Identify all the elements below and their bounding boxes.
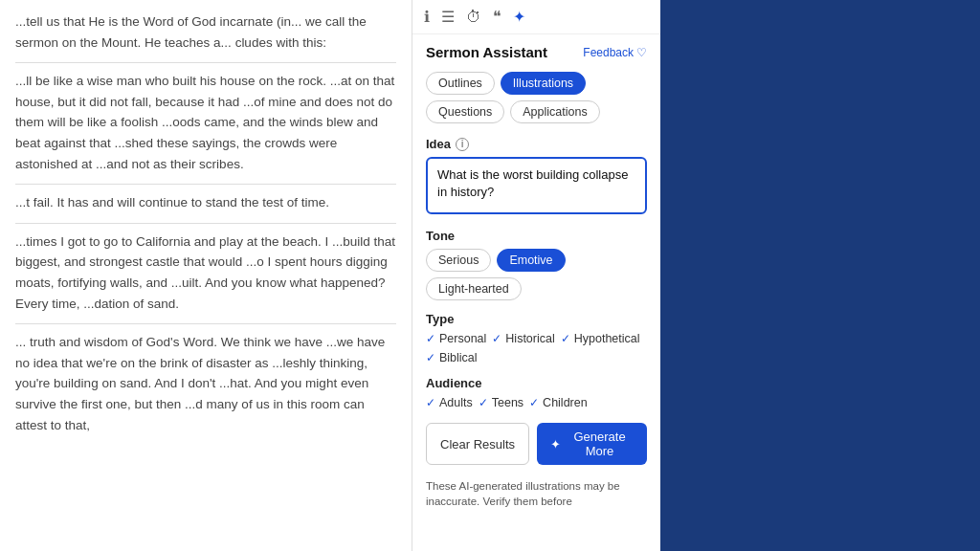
type-section: Type ✓ Personal ✓ Historical ✓ Hypotheti… <box>412 304 660 368</box>
type-biblical[interactable]: ✓ Biblical <box>426 351 478 364</box>
type-hypothetical[interactable]: ✓ Hypothetical <box>561 332 640 345</box>
text-paragraph-4: ...times I got to go to California and p… <box>15 231 396 314</box>
tone-serious[interactable]: Serious <box>426 249 491 272</box>
type-personal[interactable]: ✓ Personal <box>426 332 486 345</box>
tone-lighthearted[interactable]: Light-hearted <box>426 277 522 300</box>
idea-section: Idea i What is the worst building collap… <box>412 129 660 221</box>
idea-label: Idea i <box>426 137 647 151</box>
text-paragraph-5: ... truth and wisdom of God's Word. We t… <box>15 332 396 435</box>
audience-children[interactable]: ✓ Children <box>529 396 588 409</box>
hypothetical-check-icon: ✓ <box>561 332 570 345</box>
teens-check-icon: ✓ <box>479 396 488 409</box>
tabs-row: Outlines Illustrations Questions Applica… <box>412 66 660 129</box>
sidebar-panel: ℹ ☰ ⏱ ❝ ✦ Sermon Assistant Feedback ♡ Ou… <box>412 0 660 551</box>
actions-row: Clear Results ✦ Generate More <box>412 413 660 474</box>
header-row: Sermon Assistant Feedback ♡ <box>412 34 660 66</box>
tone-label: Tone <box>426 229 647 243</box>
generate-label: Generate More <box>566 430 634 458</box>
history-icon[interactable]: ⏱ <box>466 9 481 26</box>
children-check-icon: ✓ <box>529 396 539 409</box>
list-icon[interactable]: ☰ <box>441 8 455 26</box>
disclaimer-text: These AI-generated illustrations may be … <box>412 474 660 517</box>
audience-label: Audience <box>426 376 647 390</box>
sparkle-icon[interactable]: ✦ <box>513 8 525 26</box>
toolbar: ℹ ☰ ⏱ ❝ ✦ <box>412 0 660 34</box>
text-paragraph-2: ...ll be like a wise man who built his h… <box>15 71 396 174</box>
historical-check-icon: ✓ <box>492 332 501 345</box>
audience-options: ✓ Adults ✓ Teens ✓ Children <box>426 396 647 409</box>
text-paragraph-3: ...t fail. It has and will continue to s… <box>15 192 396 213</box>
quote-icon[interactable]: ❝ <box>493 8 501 26</box>
idea-input[interactable]: What is the worst building collapse in h… <box>426 157 647 214</box>
tab-applications[interactable]: Applications <box>510 100 599 123</box>
adults-check-icon: ✓ <box>426 396 435 409</box>
text-paragraph-1: ...tell us that He is the Word of God in… <box>15 11 396 53</box>
type-options: ✓ Personal ✓ Historical ✓ Hypothetical ✓… <box>426 332 647 364</box>
tab-questions[interactable]: Questions <box>426 100 504 123</box>
tone-emotive[interactable]: Emotive <box>497 249 565 272</box>
generate-more-button[interactable]: ✦ Generate More <box>537 423 647 465</box>
type-historical[interactable]: ✓ Historical <box>492 332 554 345</box>
personal-check-icon: ✓ <box>426 332 435 345</box>
tone-options: Serious Emotive Light-hearted <box>426 249 647 300</box>
idea-info-icon[interactable]: i <box>456 138 469 151</box>
tab-outlines[interactable]: Outlines <box>426 72 495 95</box>
panel-title: Sermon Assistant <box>426 44 547 60</box>
type-label: Type <box>426 312 647 326</box>
generate-spark-icon: ✦ <box>550 437 561 452</box>
clear-results-button[interactable]: Clear Results <box>426 423 529 465</box>
info-icon[interactable]: ℹ <box>424 8 430 26</box>
audience-adults[interactable]: ✓ Adults <box>426 396 473 409</box>
text-panel: ...tell us that He is the Word of God in… <box>0 0 412 551</box>
biblical-check-icon: ✓ <box>426 351 435 364</box>
tab-illustrations[interactable]: Illustrations <box>501 72 586 95</box>
audience-section: Audience ✓ Adults ✓ Teens ✓ Children <box>412 368 660 413</box>
audience-teens[interactable]: ✓ Teens <box>479 396 523 409</box>
tone-section: Tone Serious Emotive Light-hearted <box>412 221 660 304</box>
right-panel <box>660 0 980 551</box>
feedback-link[interactable]: Feedback ♡ <box>583 46 647 59</box>
